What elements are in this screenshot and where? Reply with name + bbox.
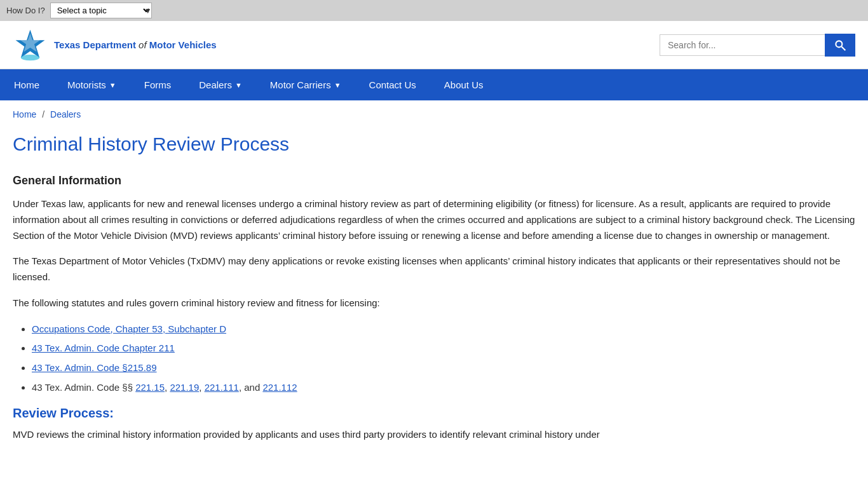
- page-title: Criminal History Review Process: [13, 133, 855, 155]
- statute-link-3[interactable]: 43 Tex. Admin. Code §215.89: [32, 362, 157, 373]
- search-area: [660, 34, 855, 57]
- paragraph-3: The following statutes and rules govern …: [13, 295, 855, 311]
- nav-forms-label: Forms: [144, 79, 172, 90]
- search-icon: [834, 39, 846, 51]
- top-bar: How Do I? Select a topic Register a Vehi…: [0, 0, 868, 21]
- site-header: Texas Department of Motor Vehicles: [0, 21, 868, 69]
- breadcrumb-separator: /: [42, 109, 44, 119]
- breadcrumb-home[interactable]: Home: [13, 109, 36, 119]
- general-info-heading: General Information: [13, 174, 855, 187]
- breadcrumb-dealers[interactable]: Dealers: [50, 109, 81, 119]
- paragraph-1: Under Texas law, applicants for new and …: [13, 196, 855, 243]
- svg-point-1: [21, 55, 39, 60]
- dealers-caret-icon: ▼: [235, 81, 242, 89]
- search-button[interactable]: [825, 34, 855, 57]
- statute-link-221-112[interactable]: 221.112: [262, 382, 297, 393]
- list-item: 43 Tex. Admin. Code §§ 221.15, 221.19, 2…: [32, 380, 855, 396]
- statute-link-221-15[interactable]: 221.15: [135, 382, 165, 393]
- breadcrumb: Home / Dealers: [0, 100, 868, 123]
- list-item: 43 Tex. Admin. Code §215.89: [32, 360, 855, 376]
- main-nav: Home Motorists ▼ Forms Dealers ▼ Motor C…: [0, 69, 868, 100]
- nav-item-forms[interactable]: Forms: [130, 69, 186, 100]
- main-content: Criminal History Review Process General …: [0, 123, 868, 471]
- nav-home-label: Home: [14, 79, 39, 90]
- motor-carriers-caret-icon: ▼: [334, 81, 341, 89]
- review-paragraph: MVD reviews the criminal history informa…: [13, 427, 855, 443]
- nav-item-contact-us[interactable]: Contact Us: [355, 69, 430, 100]
- svg-line-4: [842, 46, 846, 50]
- nav-item-motor-carriers[interactable]: Motor Carriers ▼: [256, 69, 355, 100]
- nav-motorists-label: Motorists: [67, 79, 106, 90]
- topic-select[interactable]: Select a topic Register a Vehicle Get a …: [50, 3, 152, 18]
- review-process-heading: Review Process:: [13, 406, 855, 421]
- nav-item-home[interactable]: Home: [0, 69, 53, 100]
- statute-link-221-111[interactable]: 221.111: [205, 382, 239, 393]
- statute-prefix: 43 Tex. Admin. Code §§: [32, 382, 135, 393]
- paragraph-2: The Texas Department of Motor Vehicles (…: [13, 254, 855, 285]
- nav-item-dealers[interactable]: Dealers ▼: [185, 69, 256, 100]
- txdmv-logo: [13, 27, 48, 62]
- statute-link-221-19[interactable]: 221.19: [170, 382, 199, 393]
- logo-area: Texas Department of Motor Vehicles: [13, 27, 217, 62]
- svg-point-3: [836, 41, 842, 47]
- statute-link-2[interactable]: 43 Tex. Admin. Code Chapter 211: [32, 342, 175, 353]
- statute-link-1[interactable]: Occupations Code, Chapter 53, Subchapter…: [32, 323, 226, 334]
- how-do-i-label: How Do I?: [6, 6, 45, 15]
- statute-list: Occupations Code, Chapter 53, Subchapter…: [13, 322, 855, 396]
- nav-about-label: About Us: [444, 79, 484, 90]
- list-item: Occupations Code, Chapter 53, Subchapter…: [32, 322, 855, 337]
- list-item: 43 Tex. Admin. Code Chapter 211: [32, 341, 855, 356]
- org-name-text: Texas Department of Motor Vehicles: [54, 39, 217, 51]
- search-input[interactable]: [660, 34, 825, 56]
- motorists-caret-icon: ▼: [109, 81, 116, 89]
- nav-item-about-us[interactable]: About Us: [430, 69, 498, 100]
- nav-dealers-label: Dealers: [199, 79, 232, 90]
- nav-contact-label: Contact Us: [369, 79, 416, 90]
- nav-motor-carriers-label: Motor Carriers: [270, 79, 331, 90]
- nav-item-motorists[interactable]: Motorists ▼: [53, 69, 130, 100]
